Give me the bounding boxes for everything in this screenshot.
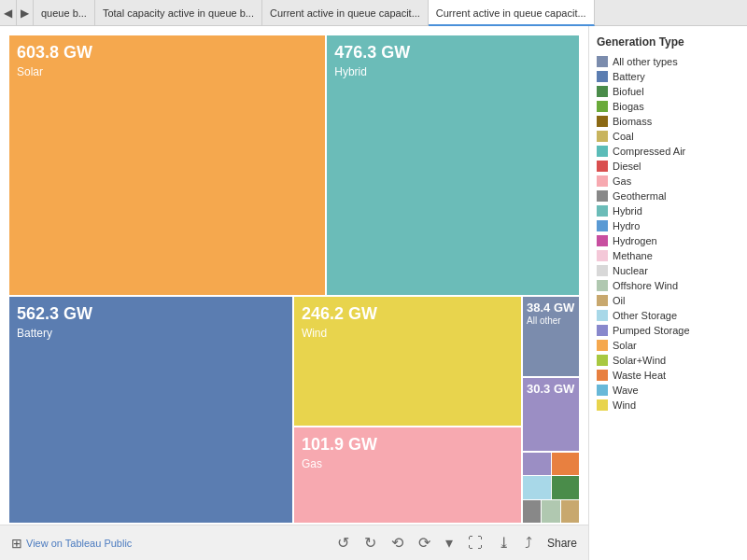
legend-item[interactable]: Waste Heat [597, 370, 740, 381]
more-icon[interactable]: ▾ [445, 534, 453, 552]
fullscreen-icon[interactable]: ⛶ [468, 535, 483, 552]
legend-title: Generation Type [597, 35, 740, 49]
legend-item[interactable]: Hydro [597, 220, 740, 231]
redo-icon[interactable]: ↻ [364, 534, 376, 552]
legend-item-label: Battery [613, 71, 645, 82]
toolbar-left: ⊞ View on Tableau Public [11, 536, 132, 551]
legend-item[interactable]: Other Storage [597, 310, 740, 321]
legend-item[interactable]: Pumped Storage [597, 325, 740, 336]
legend-item[interactable]: Diesel [597, 161, 740, 172]
mini-cell-5[interactable] [523, 500, 541, 523]
legend-item-label: Nuclear [613, 265, 648, 276]
cell-30gw[interactable]: 30.3 GW [523, 378, 579, 451]
gas-label: Gas [302, 457, 514, 470]
legend-swatch [597, 295, 608, 306]
cell-allother[interactable]: 38.4 GW All other [523, 297, 579, 376]
tab-1[interactable]: Total capacity active in queue b... [95, 0, 262, 26]
legend-item-label: Biomass [613, 116, 652, 127]
legend-item[interactable]: Compressed Air [597, 146, 740, 157]
legend-item[interactable]: Methane [597, 250, 740, 261]
legend-item-label: Wind [613, 399, 636, 411]
mini-cell-4[interactable] [552, 476, 580, 498]
tab-next-btn[interactable]: ▶ [17, 0, 34, 26]
mini-cell-7[interactable] [561, 500, 579, 523]
mini-cell-1[interactable] [523, 453, 551, 475]
legend-item-label: Waste Heat [613, 370, 666, 381]
download-icon[interactable]: ⤓ [498, 534, 510, 552]
battery-label: Battery [17, 327, 285, 340]
cell-battery[interactable]: 562.3 GW Battery [9, 297, 292, 523]
cell-gas[interactable]: 101.9 GW Gas [294, 427, 521, 523]
legend-item-label: Oil [613, 295, 625, 306]
mini-cell-6[interactable] [542, 500, 559, 523]
legend-swatch [597, 56, 608, 67]
legend-swatch [597, 385, 608, 396]
view-on-tableau-label[interactable]: View on Tableau Public [26, 538, 132, 549]
legend-swatch [597, 205, 608, 217]
legend-item-label: Coal [613, 131, 634, 142]
legend-item[interactable]: Coal [597, 131, 740, 142]
legend-items: All other typesBatteryBiofuelBiogasBioma… [597, 56, 740, 411]
tab-prev-btn[interactable]: ◀ [0, 0, 17, 26]
legend-item-label: Other Storage [613, 310, 677, 321]
legend-item[interactable]: Oil [597, 295, 740, 306]
legend-item[interactable]: Offshore Wind [597, 280, 740, 291]
hybrid-label: Hybrid [334, 65, 571, 78]
tab-3[interactable]: Current active in queue capacit... [429, 0, 595, 26]
right-col-top: 38.4 GW All other 30.3 GW [523, 297, 579, 451]
wind-label: Wind [302, 327, 514, 340]
30gw-value: 30.3 GW [527, 382, 575, 397]
mini-grid [523, 453, 579, 523]
legend-item[interactable]: Geothermal [597, 190, 740, 202]
legend-item[interactable]: Battery [597, 71, 740, 82]
cell-hybrid[interactable]: 476.3 GW Hybrid [327, 35, 579, 295]
undo-icon[interactable]: ↺ [337, 534, 349, 552]
tab-bar: ◀ ▶ queue b... Total capacity active in … [0, 0, 747, 26]
legend-swatch [597, 355, 608, 366]
legend-item[interactable]: Gas [597, 175, 740, 187]
legend-item[interactable]: Biofuel [597, 86, 740, 97]
legend-item-label: Pumped Storage [613, 325, 690, 336]
back-icon[interactable]: ⟲ [391, 534, 403, 552]
allother-label: All other [527, 315, 575, 326]
legend-swatch [597, 235, 608, 246]
legend-item[interactable]: Solar+Wind [597, 355, 740, 366]
legend-item-label: Geothermal [613, 190, 666, 202]
mini-cell-2[interactable] [552, 453, 580, 475]
cell-wind[interactable]: 246.2 GW Wind [294, 297, 521, 426]
legend-swatch [597, 399, 608, 411]
legend-item[interactable]: Hydrogen [597, 235, 740, 246]
share-label[interactable]: Share [547, 537, 577, 550]
allother-value: 38.4 GW [527, 301, 575, 315]
legend-item-label: All other types [613, 56, 678, 67]
tab-0[interactable]: queue b... [34, 0, 95, 26]
toolbar: ⊞ View on Tableau Public ↺ ↻ ⟲ ⟳ ▾ ⛶ ⤓ ⤴… [0, 525, 588, 560]
legend-item[interactable]: Wind [597, 399, 740, 411]
legend-swatch [597, 131, 608, 142]
legend-item-label: Diesel [613, 161, 641, 172]
legend-swatch [597, 250, 608, 261]
legend-item[interactable]: Hybrid [597, 205, 740, 217]
forward-icon[interactable]: ⟳ [418, 534, 430, 552]
cell-solar[interactable]: 603.8 GW Solar [9, 35, 325, 295]
treemap: 603.8 GW Solar 476.3 GW Hybrid 562.3 GW … [9, 35, 579, 523]
share-icon[interactable]: ⤴ [525, 535, 532, 552]
legend-item[interactable]: Wave [597, 385, 740, 396]
tab-2[interactable]: Current active in queue capacit... [262, 0, 429, 26]
legend-item[interactable]: All other types [597, 56, 740, 67]
legend-item-label: Methane [613, 250, 653, 261]
mini-row-2 [523, 476, 579, 498]
mini-cell-3[interactable] [523, 476, 551, 498]
legend-item-label: Hydrogen [613, 235, 657, 246]
legend-swatch [597, 71, 608, 82]
legend-item[interactable]: Solar [597, 340, 740, 351]
mini-row-1 [523, 453, 579, 475]
legend-item[interactable]: Biogas [597, 101, 740, 112]
legend-item-label: Solar+Wind [613, 355, 666, 366]
legend-item-label: Gas [613, 175, 631, 187]
legend-item[interactable]: Nuclear [597, 265, 740, 276]
wind-value: 246.2 GW [302, 304, 514, 325]
treemap-row-top: 603.8 GW Solar 476.3 GW Hybrid [9, 35, 579, 295]
legend-swatch [597, 370, 608, 381]
legend-item[interactable]: Biomass [597, 116, 740, 127]
